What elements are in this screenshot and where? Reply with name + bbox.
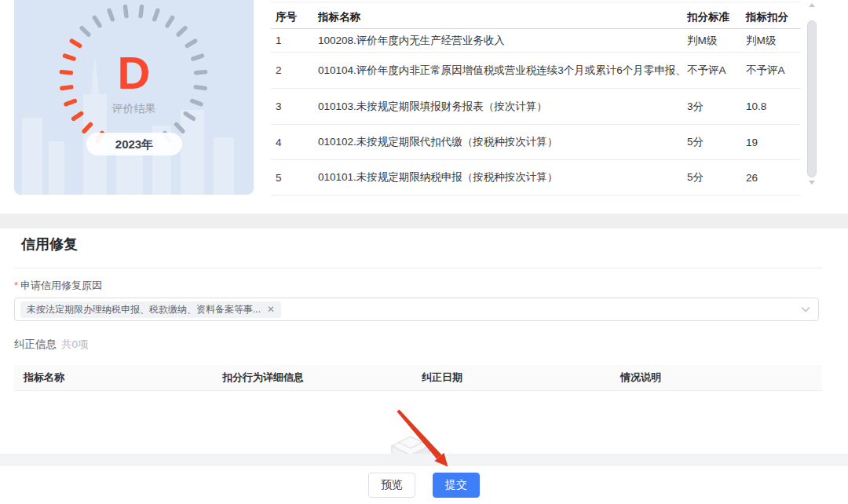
correction-label-text: 纠正信息: [14, 338, 57, 350]
preview-button[interactable]: 预览: [368, 473, 415, 498]
col-header-deduction: 指标扣分: [738, 10, 801, 24]
indicator-table: 序号 指标名称 扣分标准 指标扣分 1 100208.评价年度内无生产经营业务收…: [271, 0, 801, 195]
col-header-standard: 扣分标准: [679, 10, 738, 24]
table-row: 4 010102.未按规定期限代扣代缴（按税种按次计算） 5分 19: [271, 125, 801, 160]
reason-field-label: *申请信用修复原因: [14, 279, 102, 293]
credit-repair-section: 信用修复 *申请信用修复原因 未按法定期限办理纳税申报、税款缴纳、资料备案等事.…: [0, 228, 848, 454]
section-divider: [14, 268, 822, 268]
evaluation-score-card: D 评价结果 2023年: [14, 0, 254, 195]
row-name: 010104.评价年度内非正常原因增值税或营业税连续3个月或累计6个月零申报、.…: [318, 64, 679, 78]
row-standard: 5分: [679, 170, 738, 184]
chevron-down-icon: [801, 306, 810, 312]
row-deduction: 26: [738, 172, 801, 184]
section-title: 信用修复: [21, 235, 78, 254]
table-row: 2 010104.评价年度内非正常原因增值税或营业税连续3个月或累计6个月零申报…: [271, 53, 801, 89]
section-separator: [0, 214, 848, 228]
col-header-name: 指标名称: [318, 10, 679, 24]
row-name: 100208.评价年度内无生产经营业务收入: [318, 34, 679, 48]
row-no: 2: [271, 64, 318, 76]
reason-tag-text: 未按法定期限办理纳税申报、税款缴纳、资料备案等事...: [27, 303, 261, 316]
row-no: 5: [271, 172, 318, 184]
tag-remove-icon[interactable]: ✕: [267, 304, 275, 315]
col-header-detail: 扣分行为详细信息: [213, 371, 412, 385]
correction-table-header: 指标名称 扣分行为详细信息 纠正日期 情况说明: [14, 365, 822, 391]
row-deduction: 19: [738, 137, 801, 148]
scrollbar-down-arrow-icon[interactable]: [809, 181, 815, 184]
footer-gap: [0, 454, 848, 465]
required-asterisk: *: [14, 279, 18, 291]
col-header-note: 情况说明: [611, 371, 822, 385]
table-scrollbar[interactable]: [807, 0, 817, 193]
scrollbar-thumb[interactable]: [807, 20, 817, 177]
correction-count: 共0项: [61, 338, 89, 350]
reason-label-text: 申请信用修复原因: [20, 279, 102, 291]
row-name: 010103.未按规定期限填报财务报表（按次计算）: [318, 100, 679, 114]
scrollbar-up-arrow-icon[interactable]: [809, 3, 815, 7]
selected-reason-tag: 未按法定期限办理纳税申报、税款缴纳、资料备案等事... ✕: [20, 301, 281, 318]
table-row: 1 100208.评价年度内无生产经营业务收入 判M级 判M级: [271, 29, 801, 53]
col-header-date: 纠正日期: [412, 371, 611, 385]
row-deduction: 判M级: [738, 34, 801, 48]
correction-info-label: 纠正信息共0项: [14, 338, 89, 352]
repair-reason-select[interactable]: 未按法定期限办理纳税申报、税款缴纳、资料备案等事... ✕: [14, 298, 819, 321]
footer-action-bar: 预览 提交: [0, 465, 848, 504]
row-name: 010102.未按规定期限代扣代缴（按税种按次计算）: [318, 135, 679, 149]
row-no: 3: [271, 100, 318, 112]
row-deduction: 不予评A: [738, 64, 801, 78]
table-row: 3 010103.未按规定期限填报财务报表（按次计算） 3分 10.8: [271, 89, 801, 125]
row-no: 1: [271, 35, 318, 46]
evaluation-grade-caption: 评价结果: [14, 102, 254, 116]
row-name: 010101.未按规定期限纳税申报（按税种按次计算）: [318, 170, 679, 184]
credit-repair-page: D 评价结果 2023年 序号 指标名称 扣分标准 指标扣分 1 100208.…: [0, 0, 848, 504]
row-standard: 3分: [679, 100, 738, 114]
row-deduction: 10.8: [738, 100, 801, 112]
evaluation-grade: D: [14, 50, 254, 96]
indicator-table-header: 序号 指标名称 扣分标准 指标扣分: [271, 6, 801, 29]
evaluation-year-badge: 2023年: [86, 133, 182, 155]
col-header-no: 序号: [271, 10, 318, 24]
row-standard: 不予评A: [679, 64, 738, 78]
row-no: 4: [271, 137, 318, 148]
col-header-indicator: 指标名称: [14, 371, 213, 385]
row-standard: 5分: [679, 135, 738, 149]
submit-button[interactable]: 提交: [433, 473, 480, 498]
row-standard: 判M级: [679, 34, 738, 48]
table-row: 5 010101.未按规定期限纳税申报（按税种按次计算） 5分 26: [271, 160, 801, 195]
